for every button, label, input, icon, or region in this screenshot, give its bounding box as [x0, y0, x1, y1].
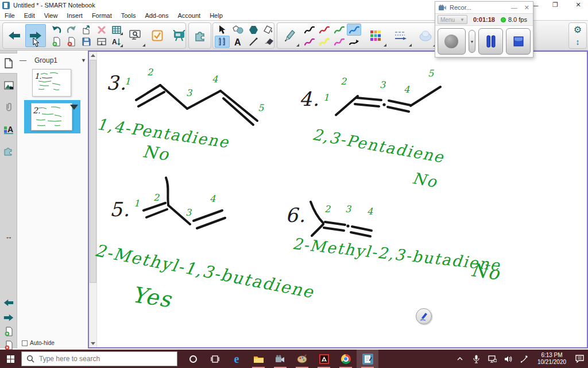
network-icon: [488, 355, 497, 363]
addons-button[interactable]: [191, 24, 210, 47]
close-button[interactable]: ✕: [568, 0, 588, 10]
pen-green-button[interactable]: [332, 24, 346, 36]
tab-addons[interactable]: [0, 140, 17, 161]
search-input[interactable]: [39, 355, 165, 363]
tab-attachments[interactable]: [0, 97, 17, 117]
taskbar-clock[interactable]: 6:13 PM 10/21/2020: [534, 352, 570, 366]
menu-view[interactable]: View: [40, 12, 63, 19]
autohide-checkbox[interactable]: [22, 340, 28, 346]
tray-microphone-button[interactable]: [470, 352, 482, 366]
menu-help[interactable]: Help: [205, 12, 227, 19]
record-options-button[interactable]: ▼: [469, 30, 476, 53]
whiteboard-canvas[interactable]: 3.123451,4-PentadieneNo4.123452,3-Pentad…: [88, 51, 588, 348]
menu-format[interactable]: Format: [87, 12, 117, 19]
page-thumbnail-2[interactable]: 2.: [31, 103, 72, 131]
taskbar-smart-notebook-button[interactable]: [357, 350, 378, 368]
shape-recognition-button[interactable]: [415, 24, 436, 47]
color-palette-button[interactable]: [364, 24, 387, 47]
tray-network-button[interactable]: [486, 352, 498, 366]
menu-account[interactable]: Account: [173, 12, 205, 19]
record-button[interactable]: [438, 28, 466, 55]
delete-page-button[interactable]: [64, 36, 79, 48]
taskbar-edge-button[interactable]: e: [226, 350, 247, 368]
measurement-tools-button[interactable]: [215, 36, 230, 48]
group-header[interactable]: — Group1 ▼: [20, 56, 86, 64]
autohide-control[interactable]: Auto-hide: [22, 340, 55, 346]
taskbar-search[interactable]: [21, 351, 177, 366]
undo-button[interactable]: [49, 24, 64, 36]
tab-gallery[interactable]: [0, 75, 17, 95]
start-button[interactable]: [7, 355, 14, 363]
taskbar-paint-button[interactable]: [291, 350, 313, 368]
restore-button[interactable]: ❐: [546, 0, 565, 10]
clock-time: 6:13 PM: [534, 352, 570, 359]
menu-insert[interactable]: Insert: [62, 12, 87, 19]
toolbar-move-button[interactable]: ↕: [570, 36, 586, 48]
tray-action-center-button[interactable]: [573, 352, 586, 366]
text-tool-button[interactable]: A: [230, 36, 245, 48]
taskbar-explorer-button[interactable]: [247, 350, 269, 368]
menu-file[interactable]: File: [0, 12, 20, 19]
stop-button[interactable]: [506, 28, 531, 55]
pen-black-button[interactable]: [302, 24, 316, 36]
sort-text-button[interactable]: A: [109, 36, 123, 48]
pause-button[interactable]: [478, 28, 503, 55]
toolbar-settings-button[interactable]: ⚙: [570, 24, 586, 36]
save-button[interactable]: [79, 36, 94, 48]
recorder-menu-button[interactable]: Menu▼: [438, 15, 467, 24]
tray-volume-button[interactable]: [502, 352, 514, 366]
pen-red-button[interactable]: [317, 24, 331, 36]
recorder-app-icon: [275, 355, 285, 363]
menu-tools[interactable]: Tools: [117, 12, 141, 19]
tray-expand-button[interactable]: [454, 352, 466, 366]
pen-magenta-button[interactable]: [302, 36, 316, 48]
smart-board-button[interactable]: [169, 24, 189, 47]
page-thumbnail-2-selected[interactable]: 2.: [24, 100, 80, 133]
smart-board-icon: [173, 30, 185, 41]
pen-yellow-button[interactable]: [317, 36, 331, 48]
taskbar-chrome-button[interactable]: [335, 350, 357, 368]
pen-pink-dashed-button[interactable]: [332, 36, 346, 48]
page-thumbnail-1[interactable]: 1.: [32, 69, 71, 97]
previous-page-button[interactable]: [5, 24, 24, 47]
pen-tool-button[interactable]: [279, 24, 300, 47]
pen-magenta-swatch: [304, 38, 315, 46]
menu-add-ons[interactable]: Add-ons: [140, 12, 173, 19]
redo-button[interactable]: [64, 24, 79, 36]
line-tool-button[interactable]: [246, 36, 261, 48]
polygon-tool-button[interactable]: [246, 24, 261, 36]
line-style-button[interactable]: [389, 24, 412, 47]
open-file-button[interactable]: [79, 24, 94, 36]
ink-text: 3.: [106, 71, 127, 94]
cortana-icon: [189, 355, 197, 363]
table-button[interactable]: [109, 24, 123, 36]
taskbar-acrobat-button[interactable]: [313, 350, 335, 368]
delete-button[interactable]: [94, 24, 109, 36]
fill-tool-button[interactable]: [261, 24, 276, 36]
thumbnail-menu-icon[interactable]: [70, 105, 78, 110]
menu-edit[interactable]: Edit: [20, 12, 40, 19]
taskbar-task-view-button[interactable]: [204, 350, 226, 368]
sidebar-resize-handle[interactable]: ↔: [0, 226, 17, 247]
add-page-button[interactable]: [49, 36, 64, 48]
screen-capture-button[interactable]: [125, 24, 146, 47]
pen-blue-button[interactable]: [347, 24, 361, 36]
assessment-button[interactable]: [147, 24, 168, 47]
clock-date: 10/21/2020: [534, 359, 570, 366]
screen-shade-button[interactable]: [94, 36, 109, 48]
recorder-minimize-button[interactable]: —: [511, 4, 517, 11]
next-page-button[interactable]: [25, 24, 46, 47]
edge-icon: e: [234, 352, 239, 366]
add-page-icon: [52, 37, 61, 47]
recorder-close-button[interactable]: ✕: [524, 4, 529, 12]
tab-page-sorter[interactable]: [0, 53, 17, 74]
shapes-tool-button[interactable]: [230, 24, 245, 36]
taskbar-cortana-button[interactable]: [182, 350, 204, 368]
taskbar-recorder-button[interactable]: [269, 350, 291, 368]
eraser-tool-button[interactable]: [261, 36, 276, 48]
select-tool-button[interactable]: [215, 24, 230, 36]
task-view-icon: [210, 355, 220, 363]
tray-smart-ink-button[interactable]: [518, 352, 531, 366]
tab-properties[interactable]: A: [0, 118, 17, 139]
pen-arrow-button[interactable]: [347, 36, 361, 48]
